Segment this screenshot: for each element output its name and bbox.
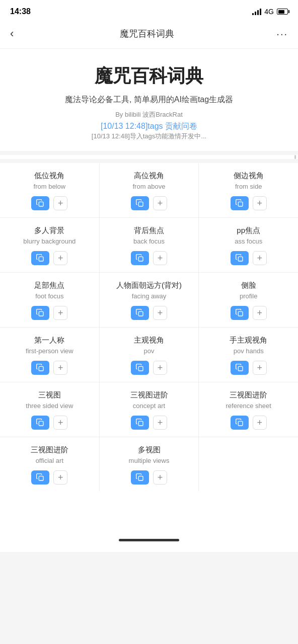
svg-rect-7 bbox=[138, 311, 143, 316]
add-button[interactable]: + bbox=[153, 251, 167, 265]
cell-subtitle: multiple views bbox=[129, 457, 170, 464]
cell-subtitle: three sided view bbox=[26, 402, 73, 410]
svg-rect-0 bbox=[39, 202, 44, 206]
survey-link[interactable]: [10/13 12:48]tags 贡献问卷 bbox=[101, 122, 197, 130]
cell-subtitle: ass focus bbox=[235, 237, 262, 245]
copy-button[interactable] bbox=[31, 361, 49, 375]
cell-title: 三视图进阶 bbox=[31, 445, 68, 455]
scroll-bar bbox=[294, 155, 296, 159]
svg-rect-15 bbox=[39, 476, 44, 480]
copy-button[interactable] bbox=[131, 470, 149, 485]
cell-subtitle: pov bbox=[144, 347, 155, 355]
add-button[interactable]: + bbox=[153, 416, 167, 430]
grid-cell: 侧边视角from side+ bbox=[199, 163, 298, 217]
cell-actions: + bbox=[131, 361, 167, 375]
cell-actions: + bbox=[131, 196, 167, 210]
cell-title: 主观视角 bbox=[134, 336, 164, 345]
grid-cell: 多视图multiple views+ bbox=[100, 437, 199, 492]
more-button[interactable]: ··· bbox=[276, 28, 288, 40]
add-button[interactable]: + bbox=[253, 416, 267, 430]
copy-button[interactable] bbox=[231, 416, 249, 430]
grid-cell: 背后焦点back focus+ bbox=[100, 218, 199, 272]
svg-rect-5 bbox=[238, 257, 243, 261]
copy-button[interactable] bbox=[31, 251, 49, 265]
grid-cell: 手主观视角pov hands+ bbox=[199, 328, 298, 382]
copy-button[interactable] bbox=[31, 196, 49, 210]
cell-title: 手主观视角 bbox=[230, 336, 267, 345]
cell-title: 高位视角 bbox=[134, 171, 164, 181]
grid-row: 第一人称first-person view+主观视角pov+手主观视角pov h… bbox=[0, 328, 298, 382]
back-button[interactable]: ‹ bbox=[10, 25, 18, 42]
add-button[interactable]: + bbox=[53, 470, 67, 485]
signal-icon bbox=[252, 8, 261, 15]
svg-rect-13 bbox=[138, 421, 143, 426]
nav-bar: ‹ 魔咒百科词典 ··· bbox=[0, 20, 298, 49]
copy-button[interactable] bbox=[131, 196, 149, 210]
cell-actions: + bbox=[31, 470, 67, 485]
copy-button[interactable] bbox=[131, 416, 149, 430]
cell-subtitle: blurry background bbox=[23, 237, 76, 245]
cell-title: 低位视角 bbox=[34, 171, 64, 181]
cell-subtitle: foot focus bbox=[35, 292, 63, 300]
copy-button[interactable] bbox=[231, 251, 249, 265]
add-button[interactable]: + bbox=[53, 306, 67, 320]
copy-button[interactable] bbox=[131, 306, 149, 320]
grid-cell: 三视图进阶concept art+ bbox=[100, 382, 199, 437]
svg-rect-12 bbox=[39, 421, 44, 426]
add-button[interactable]: + bbox=[153, 306, 167, 320]
grid-cell: 高位视角from above+ bbox=[100, 163, 199, 217]
copy-button[interactable] bbox=[31, 416, 49, 430]
cell-actions: + bbox=[231, 416, 267, 430]
copy-button[interactable] bbox=[31, 470, 49, 485]
cell-actions: + bbox=[31, 251, 67, 265]
add-button[interactable]: + bbox=[153, 196, 167, 210]
cell-actions: + bbox=[131, 470, 167, 485]
grid-row: 足部焦点foot focus+人物面朝远方(背对)facing away+侧脸p… bbox=[0, 273, 298, 328]
svg-rect-2 bbox=[238, 202, 243, 206]
add-button[interactable]: + bbox=[253, 361, 267, 375]
cell-subtitle: back focus bbox=[133, 237, 165, 245]
svg-rect-14 bbox=[238, 421, 243, 426]
add-button[interactable]: + bbox=[153, 361, 167, 375]
svg-rect-1 bbox=[138, 202, 143, 206]
grid-cell: 三视图three sided view+ bbox=[0, 382, 100, 437]
cell-title: 多视图 bbox=[138, 445, 161, 455]
cell-actions: + bbox=[131, 306, 167, 320]
cell-actions: + bbox=[131, 416, 167, 430]
grid-row: 三视图three sided view+三视图进阶concept art+三视图… bbox=[0, 382, 298, 437]
add-button[interactable]: + bbox=[253, 196, 267, 210]
svg-rect-3 bbox=[39, 257, 44, 261]
home-indicator bbox=[119, 539, 179, 541]
add-button[interactable]: + bbox=[53, 361, 67, 375]
header-section: 魔咒百科词典 魔法导论必备工具, 简单易用的AI绘画tag生成器 By bili… bbox=[0, 49, 298, 151]
cell-subtitle: from side bbox=[235, 183, 262, 190]
add-button[interactable]: + bbox=[153, 470, 167, 485]
cell-subtitle: facing away bbox=[132, 292, 167, 300]
copy-button[interactable] bbox=[131, 251, 149, 265]
bottom-bar bbox=[0, 532, 298, 552]
cell-actions: + bbox=[231, 361, 267, 375]
copy-button[interactable] bbox=[231, 361, 249, 375]
add-button[interactable]: + bbox=[53, 416, 67, 430]
grid-cell: 三视图进阶official art+ bbox=[0, 437, 100, 492]
copy-button[interactable] bbox=[231, 306, 249, 320]
add-button[interactable]: + bbox=[253, 306, 267, 320]
copy-button[interactable] bbox=[231, 196, 249, 210]
main-title: 魔咒百科词典 bbox=[10, 64, 288, 89]
copy-button[interactable] bbox=[31, 306, 49, 320]
cell-subtitle: pov hands bbox=[234, 347, 264, 355]
author-line: By bilibili 波西BrackRat bbox=[10, 110, 288, 119]
add-button[interactable]: + bbox=[53, 196, 67, 210]
cell-actions: + bbox=[231, 306, 267, 320]
copy-button[interactable] bbox=[131, 361, 149, 375]
add-button[interactable]: + bbox=[253, 251, 267, 265]
cell-title: pp焦点 bbox=[237, 226, 260, 235]
cell-actions: + bbox=[31, 196, 67, 210]
cell-subtitle: reference sheet bbox=[226, 402, 271, 410]
svg-rect-9 bbox=[39, 366, 44, 371]
svg-rect-8 bbox=[238, 311, 243, 316]
add-button[interactable]: + bbox=[53, 251, 67, 265]
cell-title: 人物面朝远方(背对) bbox=[116, 281, 182, 290]
cell-title: 背后焦点 bbox=[134, 226, 164, 235]
cell-subtitle: concept art bbox=[133, 402, 165, 410]
